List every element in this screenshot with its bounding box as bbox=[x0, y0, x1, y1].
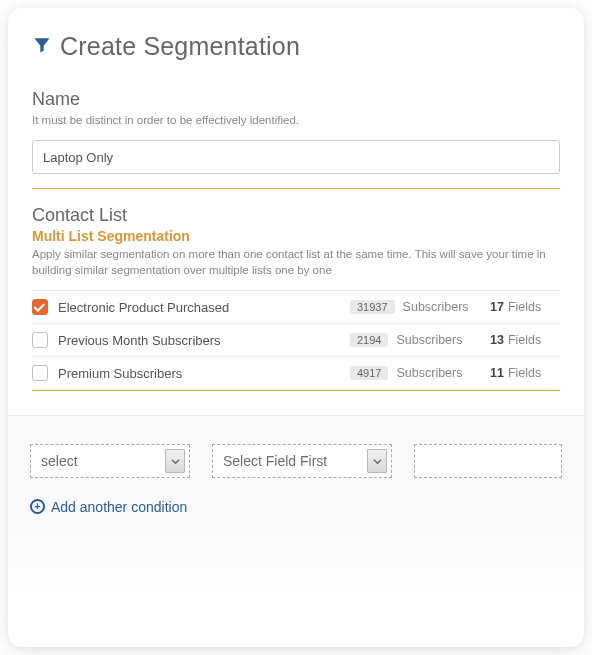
subscriber-count-wrap: 2194Subscribers bbox=[350, 333, 490, 347]
fields-count: 13 bbox=[490, 333, 504, 347]
list-checkbox[interactable] bbox=[32, 299, 48, 315]
page-title: Create Segmentation bbox=[32, 32, 560, 61]
create-segmentation-card: Create Segmentation Name It must be dist… bbox=[8, 8, 584, 647]
contact-list: Electronic Product Purchased31937Subscri… bbox=[32, 290, 560, 390]
name-help: It must be distinct in order to be effec… bbox=[32, 112, 560, 128]
subscribers-label: Subscribers bbox=[396, 333, 462, 347]
condition-row: select Select Field First bbox=[30, 444, 562, 478]
chevron-down-icon bbox=[367, 449, 387, 473]
fields-label: Fields bbox=[508, 366, 541, 380]
fields-count-wrap: 17Fields bbox=[490, 300, 560, 314]
plus-circle-icon: + bbox=[30, 499, 45, 514]
fields-count-wrap: 11Fields bbox=[490, 366, 560, 380]
contactlist-help: Apply similar segmentation on more than … bbox=[32, 246, 560, 278]
subscriber-count: 31937 bbox=[350, 300, 395, 314]
divider bbox=[32, 390, 560, 391]
list-name: Electronic Product Purchased bbox=[58, 300, 350, 315]
field-select[interactable]: select bbox=[30, 444, 190, 478]
conditions-panel: select Select Field First + Add another … bbox=[8, 415, 584, 595]
operator-select-value: Select Field First bbox=[223, 453, 327, 469]
contact-list-row: Previous Month Subscribers2194Subscriber… bbox=[32, 324, 560, 357]
operator-select[interactable]: Select Field First bbox=[212, 444, 392, 478]
fade-mask bbox=[8, 515, 584, 595]
filter-icon bbox=[32, 35, 52, 59]
condition-value-input[interactable] bbox=[414, 444, 562, 478]
list-name: Previous Month Subscribers bbox=[58, 333, 350, 348]
multilist-subheading: Multi List Segmentation bbox=[32, 228, 560, 244]
subscribers-label: Subscribers bbox=[403, 300, 469, 314]
subscribers-label: Subscribers bbox=[396, 366, 462, 380]
subscriber-count-wrap: 31937Subscribers bbox=[350, 300, 490, 314]
fields-label: Fields bbox=[508, 333, 541, 347]
chevron-down-icon bbox=[165, 449, 185, 473]
name-label: Name bbox=[32, 89, 560, 110]
contact-list-row: Electronic Product Purchased31937Subscri… bbox=[32, 290, 560, 324]
fields-count: 17 bbox=[490, 300, 504, 314]
page-title-text: Create Segmentation bbox=[60, 32, 300, 61]
fields-count: 11 bbox=[490, 366, 504, 380]
subscriber-count-wrap: 4917Subscribers bbox=[350, 366, 490, 380]
divider bbox=[32, 188, 560, 189]
field-select-value: select bbox=[41, 453, 78, 469]
subscriber-count: 2194 bbox=[350, 333, 388, 347]
list-checkbox[interactable] bbox=[32, 332, 48, 348]
list-name: Premium Subscribers bbox=[58, 366, 350, 381]
add-condition-button[interactable]: + Add another condition bbox=[30, 499, 187, 515]
fields-count-wrap: 13Fields bbox=[490, 333, 560, 347]
segmentation-name-input[interactable] bbox=[32, 140, 560, 174]
subscriber-count: 4917 bbox=[350, 366, 388, 380]
contact-list-row: Premium Subscribers4917Subscribers11Fiel… bbox=[32, 357, 560, 390]
list-checkbox[interactable] bbox=[32, 365, 48, 381]
add-condition-label: Add another condition bbox=[51, 499, 187, 515]
contactlist-label: Contact List bbox=[32, 205, 560, 226]
fields-label: Fields bbox=[508, 300, 541, 314]
condition-value-field[interactable] bbox=[415, 445, 561, 477]
